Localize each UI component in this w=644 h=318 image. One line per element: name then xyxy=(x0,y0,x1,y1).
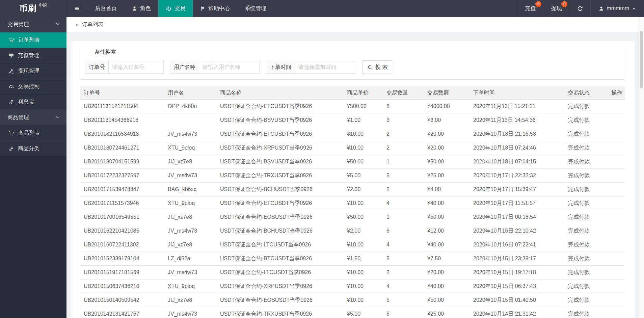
cell-unit-price: ¥50.00 xyxy=(343,155,383,169)
cell-trade-qty: 2 xyxy=(383,183,424,196)
cell-trade-status: 完成付款 xyxy=(564,252,608,266)
topbar-recharge[interactable]: 充值0 xyxy=(517,0,543,17)
cell-order-time: 2020年10月18日 07:04:15 xyxy=(469,155,564,169)
table-row: UB2010180724461271XTU_9ploqUSDT保证金合约-XRP… xyxy=(80,141,625,155)
cell-product-name: USDT保证金合约-EOSUSDT当季0926 xyxy=(216,293,343,307)
sidebar-menu-product-management[interactable]: 商品管理 xyxy=(0,110,66,126)
cell-actions xyxy=(608,210,625,224)
cell-trade-amount: ¥3.00 xyxy=(424,113,469,127)
topnav-menu-toggle[interactable] xyxy=(67,0,88,17)
col-trade-status: 交易状态 xyxy=(564,86,608,100)
topbar-withdraw[interactable]: 提现0 xyxy=(543,0,569,17)
sidebar-item-trade-control[interactable]: 交易控制 xyxy=(0,79,66,95)
topbar-user-menu[interactable]: mmmmm xyxy=(591,0,644,17)
cell-username: JV_ms4w73 xyxy=(164,224,216,238)
user-icon xyxy=(598,6,604,11)
search-input-order-time[interactable] xyxy=(295,61,356,74)
sidebar-item-recharge-management[interactable]: 充值管理 xyxy=(0,48,66,63)
cell-trade-qty: 2 xyxy=(383,141,424,155)
topbar: 币刷 币刷 后台首页角色交易帮助中心系统管理 充值0提现0mmmmm xyxy=(0,0,644,17)
cell-order-time: 2020年10月15日 23:39:17 xyxy=(469,252,564,266)
table-row: UB2010152339179104LZ_dj52aUSDT保证金合约-BTCU… xyxy=(80,252,625,266)
app-logo-title: 币刷 xyxy=(19,3,37,14)
cell-trade-amount: ¥40.00 xyxy=(424,196,469,210)
cell-actions xyxy=(608,238,625,252)
sidebar-item-product-list[interactable]: 商品列表 xyxy=(0,126,66,141)
cell-actions xyxy=(608,155,625,169)
cell-product-name: USDT保证金合约-ETCUSDT当季0926 xyxy=(216,196,343,210)
cell-trade-amount: ¥50.00 xyxy=(424,155,469,169)
topnav-trade[interactable]: 交易 xyxy=(158,0,193,17)
sidebar-item-product-category[interactable]: 商品分类 xyxy=(0,141,66,157)
cell-actions xyxy=(608,224,625,238)
cell-username: JV_ms4w73 xyxy=(164,307,216,318)
table-row: UB2011131454366918USDT保证金合约-BSVUSDT当季092… xyxy=(80,113,625,127)
withdraw-badge: 0 xyxy=(561,1,567,7)
cell-trade-amount: ¥50.00 xyxy=(424,210,469,224)
topnav-system[interactable]: 系统管理 xyxy=(237,0,274,17)
cell-product-name: USDT保证金合约-ETCUSDT当季0926 xyxy=(216,127,343,141)
cell-trade-status: 完成付款 xyxy=(564,307,608,318)
cell-unit-price: ¥2.00 xyxy=(343,224,383,238)
topnav-help-center[interactable]: 帮助中心 xyxy=(193,0,237,17)
col-trade-qty: 交易数量 xyxy=(383,86,424,100)
search-input-user-name[interactable] xyxy=(199,61,260,74)
search-input-order-no[interactable] xyxy=(108,61,164,74)
cell-actions xyxy=(608,280,625,293)
cell-trade-status: 完成付款 xyxy=(564,155,608,169)
topnav-roles-label: 角色 xyxy=(140,5,151,12)
cell-order-no: UB2010180704151599 xyxy=(80,155,164,169)
cell-trade-qty: 1 xyxy=(383,155,424,169)
cell-username: BAG_kb6xq xyxy=(164,183,216,196)
topnav-help-center-label: 帮助中心 xyxy=(208,5,230,12)
sidebar-menu-trade-management[interactable]: 交易管理 xyxy=(0,17,66,32)
cell-username: JV_ms4w73 xyxy=(164,127,216,141)
cell-trade-status: 完成付款 xyxy=(564,224,608,238)
cell-trade-qty: 6 xyxy=(383,224,424,238)
topnav-system-label: 系统管理 xyxy=(245,5,266,12)
sidebar-item-withdraw-management[interactable]: 提现管理 xyxy=(0,63,66,79)
refresh-icon xyxy=(577,5,583,12)
topnav-dashboard[interactable]: 后台首页 xyxy=(88,0,124,17)
sidebar-item-product-list-label: 商品列表 xyxy=(18,130,40,137)
cell-order-no: UB2010162210421085 xyxy=(80,224,164,238)
topnav-roles[interactable]: 角色 xyxy=(124,0,158,17)
cell-unit-price: ¥10.00 xyxy=(343,196,383,210)
cell-trade-qty: 3 xyxy=(383,113,424,127)
topbar-refresh[interactable] xyxy=(569,0,591,17)
topbar-user-menu-label: mmmmm xyxy=(607,5,629,11)
app-logo[interactable]: 币刷 币刷 xyxy=(0,0,67,17)
link-icon xyxy=(8,99,14,105)
cell-username: XTU_9ploq xyxy=(164,141,216,155)
cell-username: JV_ms4w73 xyxy=(164,169,216,183)
cell-username: JIJ_xz7e8 xyxy=(164,293,216,307)
sidebar-item-order-list-label: 订单列表 xyxy=(18,36,40,44)
table-row: UB2010182116584918JV_ms4w73USDT保证金合约-ETC… xyxy=(80,127,625,141)
cell-actions xyxy=(608,293,625,307)
breadcrumb-separator-icon: » xyxy=(75,21,79,28)
scales-icon xyxy=(166,5,172,11)
cell-actions xyxy=(608,100,625,113)
sidebar-item-lixibao[interactable]: 利息宝 xyxy=(0,95,66,110)
table-row: UB2010170016549551JIJ_xz7e8USDT保证金合约-EOS… xyxy=(80,210,625,224)
search-button[interactable]: 搜 索 xyxy=(363,60,392,74)
cell-trade-amount: ¥20.00 xyxy=(424,266,469,280)
sidebar-item-order-list[interactable]: 订单列表 xyxy=(0,32,66,48)
search-panel-legend: 条件搜索 xyxy=(91,49,119,56)
cell-product-name: USDT保证金合约-EOSUSDT当季0926 xyxy=(216,210,343,224)
user-icon xyxy=(132,6,137,11)
cell-unit-price: ¥1.00 xyxy=(343,113,383,127)
search-group-order-time: 下单时间 xyxy=(266,61,356,74)
cell-product-name: USDT保证金合约-XRPUSDT当季0926 xyxy=(216,280,343,293)
scrollbar-thumb[interactable] xyxy=(640,31,643,88)
cell-username: JIJ_xz7e8 xyxy=(164,210,216,224)
cart-icon xyxy=(8,37,15,43)
cell-trade-qty: 4 xyxy=(383,196,424,210)
cell-trade-qty: 8 xyxy=(383,100,424,113)
cell-order-no: UB2011131521211504 xyxy=(80,100,164,113)
sidebar: 交易管理订单列表充值管理提现管理交易控制利息宝商品管理商品列表商品分类 xyxy=(0,17,66,318)
cell-product-name: USDT保证金合约-TRXUSDT当季0926 xyxy=(216,169,343,183)
cell-product-name: USDT保证金合约-BCHUSDT当季0926 xyxy=(216,224,343,238)
page-scrollbar[interactable] xyxy=(639,17,644,318)
table-row: UB2010142131421767JV_ms4w73USDT保证金合约-TRX… xyxy=(80,307,625,318)
